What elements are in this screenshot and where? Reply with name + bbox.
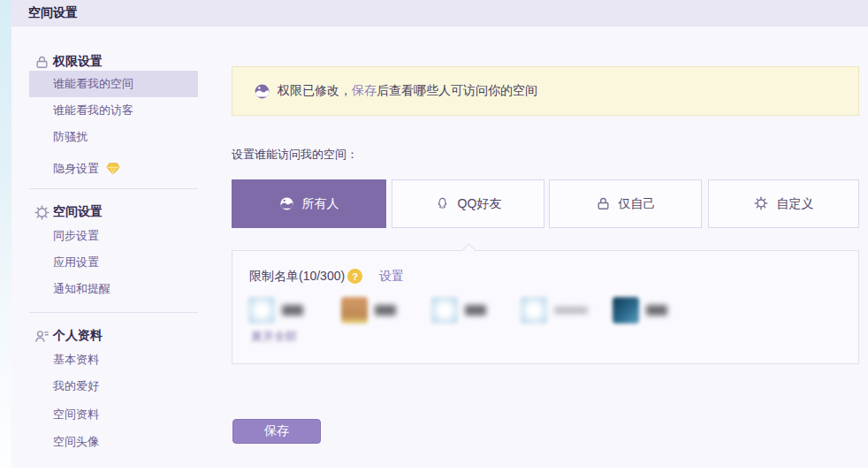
- globe-icon: [279, 196, 294, 211]
- member-name-blurred: [554, 307, 588, 314]
- gear-icon: [34, 205, 49, 220]
- panel-caret: [461, 243, 476, 251]
- avatar: [248, 297, 275, 324]
- sidebar-section-label: 空间设置: [53, 204, 103, 220]
- member-name-blurred: [465, 305, 486, 316]
- sidebar-item-anti-harassment[interactable]: 防骚扰: [11, 124, 212, 150]
- sidebar-item-label: 应用设置: [53, 255, 99, 270]
- sidebar-section-space-settings: 空间设置: [11, 199, 212, 225]
- expand-all-link[interactable]: 展开全部: [251, 329, 297, 345]
- page-background-strip: [0, 0, 11, 468]
- member-name-blurred: [646, 305, 667, 316]
- sidebar-section-label: 权限设置: [53, 54, 103, 70]
- diamond-icon: [106, 163, 120, 175]
- sidebar-item-sync-settings[interactable]: 同步设置: [11, 223, 212, 249]
- qq-penguin-icon: [435, 196, 450, 211]
- restriction-list-panel: 限制名单(10/300) ? 设置 展开全部: [232, 250, 859, 364]
- sidebar-item-invisible-settings[interactable]: 隐身设置: [11, 156, 212, 182]
- sidebar-item-space-info[interactable]: 空间资料: [11, 401, 212, 428]
- page-title: 空间设置: [28, 5, 78, 21]
- space-settings-dialog: 空间设置 权限设置 谁能看我的空间 谁能看我的访客 防骚扰 隐身设置: [11, 0, 868, 468]
- sidebar-item-label: 谁能看我的空间: [53, 76, 133, 92]
- banner-save-link[interactable]: 保存: [352, 83, 377, 97]
- globe-icon: [254, 83, 270, 100]
- tab-custom[interactable]: 自定义: [708, 179, 859, 228]
- avatar: [521, 297, 547, 324]
- sidebar-item-label: 通知和提醒: [53, 281, 110, 297]
- help-icon[interactable]: ?: [347, 269, 362, 284]
- tab-only-me[interactable]: 仅自己: [549, 179, 702, 228]
- sidebar-item-label: 空间资料: [53, 407, 99, 423]
- restriction-settings-link[interactable]: 设置: [379, 269, 404, 285]
- avatar: [431, 297, 458, 324]
- banner-text-prefix: 权限已修改，: [278, 83, 352, 97]
- sidebar-item-my-hobbies[interactable]: 我的爱好: [11, 373, 212, 400]
- banner-text: 权限已修改，保存后查看哪些人可访问你的空间: [278, 83, 537, 99]
- member-name-blurred: [375, 305, 396, 316]
- banner-text-suffix: 后查看哪些人可访问你的空间: [377, 83, 537, 97]
- sidebar-item-label: 谁能看我的访客: [53, 103, 133, 118]
- save-button[interactable]: 保存: [232, 419, 321, 444]
- sidebar-item-space-avatar[interactable]: 空间头像: [11, 429, 212, 455]
- sidebar-item-basic-info[interactable]: 基本资料: [11, 346, 212, 373]
- visibility-tabs: 所有人 QQ好友 仅自己: [232, 179, 859, 228]
- tab-label: QQ好友: [458, 196, 502, 212]
- sidebar-item-notifications[interactable]: 通知和提醒: [11, 276, 212, 302]
- access-setting-label: 设置谁能访问我的空间：: [232, 147, 358, 163]
- person-icon: [34, 329, 49, 344]
- dialog-titlebar: 空间设置: [11, 0, 868, 27]
- avatar: [341, 297, 368, 324]
- sidebar-item-label: 隐身设置: [53, 161, 99, 177]
- tab-label: 所有人: [302, 196, 339, 212]
- restriction-list-title: 限制名单(10/300): [249, 269, 345, 285]
- sidebar-item-label: 空间头像: [53, 434, 99, 450]
- sidebar-item-label: 我的爱好: [53, 378, 99, 394]
- sidebar-item-who-can-see-my-space[interactable]: 谁能看我的空间: [29, 71, 198, 97]
- gear-icon: [754, 196, 769, 211]
- sidebar-item-label: 基本资料: [53, 352, 99, 368]
- sidebar-item-label: 同步设置: [53, 228, 99, 244]
- sidebar-divider: [29, 188, 198, 189]
- lock-icon: [34, 55, 49, 70]
- tab-label: 仅自己: [619, 196, 656, 212]
- avatar: [613, 297, 639, 324]
- lock-icon: [596, 196, 611, 211]
- sidebar-section-label: 个人资料: [53, 328, 103, 344]
- sidebar-item-who-can-see-my-visitors[interactable]: 谁能看我的访客: [11, 97, 212, 124]
- sidebar-section-personal-profile: 个人资料: [11, 323, 212, 349]
- member-name-blurred: [282, 305, 303, 316]
- sidebar-divider: [29, 312, 198, 313]
- sidebar-item-app-settings[interactable]: 应用设置: [11, 249, 212, 276]
- tab-qq-friends[interactable]: QQ好友: [392, 179, 544, 228]
- tab-everyone[interactable]: 所有人: [232, 179, 386, 228]
- sidebar-item-label: 防骚扰: [53, 129, 88, 145]
- tab-label: 自定义: [777, 196, 814, 212]
- panel-header: 限制名单(10/300) ? 设置: [232, 268, 858, 285]
- permission-changed-banner: 权限已修改，保存后查看哪些人可访问你的空间: [232, 66, 859, 116]
